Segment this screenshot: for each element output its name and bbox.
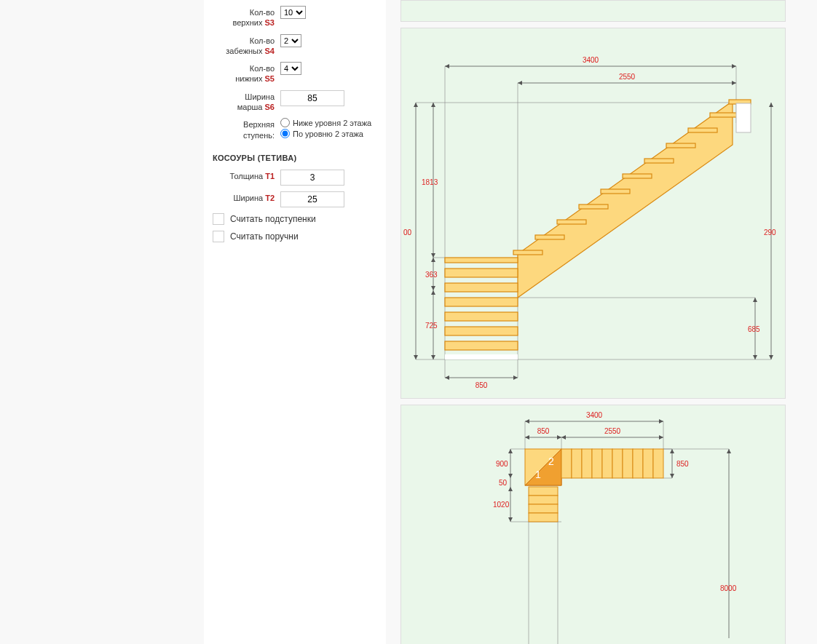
- row-t2: Ширина T2: [213, 191, 377, 207]
- svg-rect-69: [529, 487, 558, 496]
- svg-rect-23: [579, 204, 608, 209]
- svg-rect-33: [445, 283, 518, 292]
- section-stringers: КОСОУРЫ (ТЕТИВА): [213, 154, 377, 162]
- plan-dim-left-upper: 900: [496, 460, 508, 468]
- checkbox-rails[interactable]: Считать поручни: [213, 231, 377, 242]
- plan-dim-overall: 3400: [586, 411, 603, 419]
- svg-rect-38: [445, 354, 518, 359]
- elev-dim-left-mid: 363: [425, 271, 438, 279]
- elev-dim-right-lower: 685: [748, 325, 760, 333]
- radio-top-step-2[interactable]: По уровню 2 этажа: [280, 129, 377, 138]
- svg-rect-71: [529, 504, 558, 513]
- checkbox-risers[interactable]: Считать подступенки: [213, 213, 377, 225]
- input-t1[interactable]: [280, 170, 344, 186]
- svg-rect-25: [623, 174, 652, 178]
- label-s6: Ширина марша S6: [213, 90, 275, 113]
- row-top-step: Верхняя ступень: Ниже уровня 2 этажа По …: [213, 118, 377, 140]
- svg-rect-26: [644, 159, 674, 163]
- row-s5: Кол-во нижних S5 4: [213, 62, 377, 84]
- elev-dim-base: 850: [475, 381, 488, 389]
- svg-rect-27: [666, 143, 695, 148]
- plan-dim-far-right: 8000: [720, 584, 737, 592]
- svg-rect-35: [445, 312, 518, 321]
- svg-rect-39: [736, 103, 751, 132]
- svg-rect-32: [445, 269, 518, 277]
- svg-rect-36: [445, 327, 518, 335]
- label-s4: Кол-во забежных S4: [213, 34, 275, 57]
- svg-rect-70: [529, 496, 558, 504]
- radio-top-step-1-label: Ниже уровня 2 этажа: [293, 119, 371, 127]
- label-s5: Кол-во нижних S5: [213, 62, 275, 84]
- plan-step-1: 1: [535, 469, 541, 480]
- checkbox-rails-label: Считать поручни: [230, 231, 299, 242]
- svg-rect-34: [445, 298, 518, 306]
- label-s3: Кол-во верхних S3: [213, 6, 275, 28]
- elevation-svg: 3400 2550 00 18: [401, 28, 785, 398]
- plan-dim-seg2: 2550: [604, 427, 621, 435]
- svg-rect-20: [513, 250, 542, 255]
- form-panel: Кол-во верхних S3 10 Кол-во забежных S4 …: [204, 0, 386, 644]
- svg-rect-29: [710, 113, 739, 117]
- label-t2: Ширина T2: [213, 191, 275, 203]
- svg-rect-28: [688, 128, 717, 132]
- row-t1: Толщина T1: [213, 170, 377, 186]
- svg-rect-64: [612, 449, 623, 478]
- label-top-step: Верхняя ступень:: [213, 118, 275, 140]
- label-t1: Толщина T1: [213, 170, 275, 181]
- elev-dim-left-full: 00: [403, 228, 412, 236]
- checkbox-risers-label: Считать подступенки: [230, 214, 316, 224]
- svg-rect-63: [602, 449, 612, 478]
- radio-top-step-1[interactable]: Ниже уровня 2 этажа: [280, 118, 377, 127]
- elev-dim-run: 2550: [619, 73, 636, 81]
- elev-dim-overall: 3400: [583, 56, 599, 64]
- elev-dim-left-upper: 1813: [422, 178, 438, 186]
- row-s6: Ширина марша S6: [213, 90, 377, 113]
- svg-rect-66: [633, 449, 643, 478]
- select-s4[interactable]: 2: [280, 34, 301, 47]
- radio-top-step-2-label: По уровню 2 этажа: [293, 130, 363, 138]
- plan-dim-seg1: 850: [537, 427, 550, 435]
- input-s6[interactable]: [280, 90, 344, 106]
- svg-rect-72: [529, 513, 558, 522]
- diagram-plan: 3400 850 2550 900 5: [400, 405, 786, 644]
- svg-rect-24: [601, 189, 630, 194]
- input-t2[interactable]: [280, 191, 344, 207]
- svg-rect-59: [561, 449, 572, 478]
- plan-dim-left-lower: 1020: [493, 501, 510, 509]
- svg-rect-61: [582, 449, 592, 478]
- plan-dim-right: 850: [676, 460, 689, 468]
- svg-rect-37: [445, 341, 518, 350]
- diagram-strip: [400, 0, 786, 22]
- row-s4: Кол-во забежных S4 2: [213, 34, 377, 57]
- svg-rect-31: [445, 258, 518, 263]
- svg-rect-65: [623, 449, 633, 478]
- svg-rect-68: [653, 449, 663, 478]
- diagram-elevation: 3400 2550 00 18: [400, 28, 786, 399]
- select-s3[interactable]: 10: [280, 6, 306, 19]
- svg-rect-60: [572, 449, 582, 478]
- row-s3: Кол-во верхних S3 10: [213, 6, 377, 28]
- elev-dim-left-lower: 725: [425, 322, 438, 330]
- svg-rect-62: [592, 449, 602, 478]
- elev-dim-right-full: 290: [764, 228, 776, 236]
- plan-svg: 3400 850 2550 900 5: [401, 405, 785, 644]
- select-s5[interactable]: 4: [280, 62, 301, 75]
- svg-rect-21: [535, 235, 564, 239]
- svg-rect-67: [643, 449, 653, 478]
- svg-rect-22: [557, 220, 586, 224]
- diagram-panel: 3400 2550 00 18: [400, 0, 817, 644]
- plan-dim-left-gap: 50: [499, 479, 508, 487]
- plan-step-2: 2: [548, 456, 554, 467]
